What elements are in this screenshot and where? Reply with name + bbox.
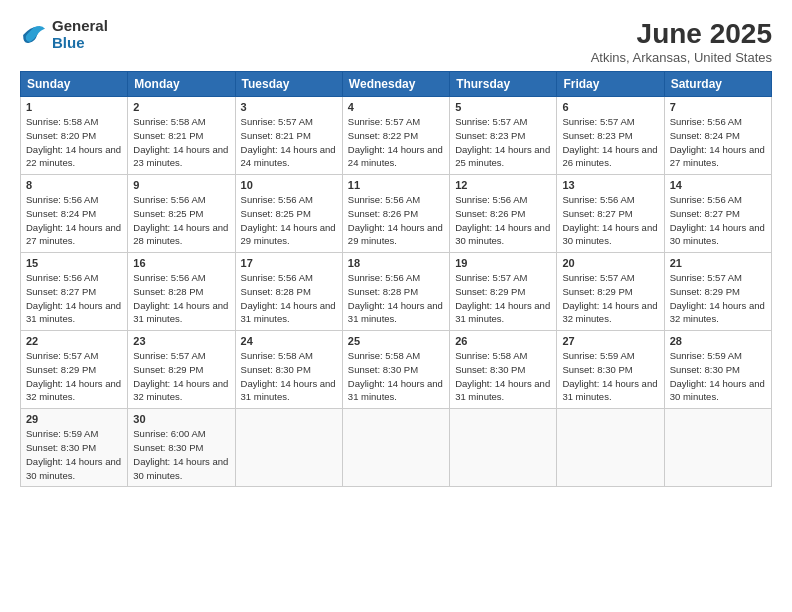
- calendar-day-cell: [235, 409, 342, 487]
- header-saturday: Saturday: [664, 72, 771, 97]
- day-number: 28: [670, 335, 766, 347]
- day-number: 12: [455, 179, 551, 191]
- calendar-day-cell: 21Sunrise: 5:57 AMSunset: 8:29 PMDayligh…: [664, 253, 771, 331]
- day-number: 8: [26, 179, 122, 191]
- day-info: Sunrise: 5:56 AMSunset: 8:27 PMDaylight:…: [562, 193, 658, 248]
- day-number: 26: [455, 335, 551, 347]
- day-info: Sunrise: 5:56 AMSunset: 8:28 PMDaylight:…: [241, 271, 337, 326]
- day-number: 30: [133, 413, 229, 425]
- calendar-subtitle: Atkins, Arkansas, United States: [591, 50, 772, 65]
- calendar-day-cell: 3Sunrise: 5:57 AMSunset: 8:21 PMDaylight…: [235, 97, 342, 175]
- calendar-day-cell: 10Sunrise: 5:56 AMSunset: 8:25 PMDayligh…: [235, 175, 342, 253]
- day-number: 2: [133, 101, 229, 113]
- calendar-day-cell: 1Sunrise: 5:58 AMSunset: 8:20 PMDaylight…: [21, 97, 128, 175]
- header-sunday: Sunday: [21, 72, 128, 97]
- day-info: Sunrise: 5:59 AMSunset: 8:30 PMDaylight:…: [562, 349, 658, 404]
- calendar-day-cell: 18Sunrise: 5:56 AMSunset: 8:28 PMDayligh…: [342, 253, 449, 331]
- calendar-week-row: 29Sunrise: 5:59 AMSunset: 8:30 PMDayligh…: [21, 409, 772, 487]
- day-number: 20: [562, 257, 658, 269]
- header-monday: Monday: [128, 72, 235, 97]
- day-info: Sunrise: 5:56 AMSunset: 8:27 PMDaylight:…: [670, 193, 766, 248]
- day-number: 18: [348, 257, 444, 269]
- day-info: Sunrise: 5:57 AMSunset: 8:23 PMDaylight:…: [562, 115, 658, 170]
- day-info: Sunrise: 5:58 AMSunset: 8:30 PMDaylight:…: [455, 349, 551, 404]
- day-info: Sunrise: 5:57 AMSunset: 8:23 PMDaylight:…: [455, 115, 551, 170]
- day-info: Sunrise: 5:58 AMSunset: 8:20 PMDaylight:…: [26, 115, 122, 170]
- calendar-day-cell: 6Sunrise: 5:57 AMSunset: 8:23 PMDaylight…: [557, 97, 664, 175]
- calendar-title: June 2025: [591, 18, 772, 50]
- calendar-day-cell: 20Sunrise: 5:57 AMSunset: 8:29 PMDayligh…: [557, 253, 664, 331]
- day-info: Sunrise: 5:58 AMSunset: 8:30 PMDaylight:…: [348, 349, 444, 404]
- calendar-week-row: 8Sunrise: 5:56 AMSunset: 8:24 PMDaylight…: [21, 175, 772, 253]
- calendar-day-cell: [342, 409, 449, 487]
- header-row: General Blue June 2025 Atkins, Arkansas,…: [20, 18, 772, 65]
- day-number: 17: [241, 257, 337, 269]
- logo-text: General Blue: [52, 18, 108, 51]
- day-number: 24: [241, 335, 337, 347]
- logo-general: General: [52, 18, 108, 35]
- calendar-day-cell: 12Sunrise: 5:56 AMSunset: 8:26 PMDayligh…: [450, 175, 557, 253]
- calendar-day-cell: 25Sunrise: 5:58 AMSunset: 8:30 PMDayligh…: [342, 331, 449, 409]
- day-number: 27: [562, 335, 658, 347]
- calendar-day-cell: 19Sunrise: 5:57 AMSunset: 8:29 PMDayligh…: [450, 253, 557, 331]
- calendar-day-cell: 5Sunrise: 5:57 AMSunset: 8:23 PMDaylight…: [450, 97, 557, 175]
- calendar-day-cell: 24Sunrise: 5:58 AMSunset: 8:30 PMDayligh…: [235, 331, 342, 409]
- calendar-day-cell: 30Sunrise: 6:00 AMSunset: 8:30 PMDayligh…: [128, 409, 235, 487]
- calendar-day-cell: 26Sunrise: 5:58 AMSunset: 8:30 PMDayligh…: [450, 331, 557, 409]
- day-number: 11: [348, 179, 444, 191]
- calendar-day-cell: 22Sunrise: 5:57 AMSunset: 8:29 PMDayligh…: [21, 331, 128, 409]
- logo: General Blue: [20, 18, 108, 51]
- calendar-day-cell: 29Sunrise: 5:59 AMSunset: 8:30 PMDayligh…: [21, 409, 128, 487]
- calendar-day-cell: 7Sunrise: 5:56 AMSunset: 8:24 PMDaylight…: [664, 97, 771, 175]
- calendar-day-cell: 8Sunrise: 5:56 AMSunset: 8:24 PMDaylight…: [21, 175, 128, 253]
- day-number: 16: [133, 257, 229, 269]
- day-info: Sunrise: 5:57 AMSunset: 8:29 PMDaylight:…: [133, 349, 229, 404]
- calendar-week-row: 22Sunrise: 5:57 AMSunset: 8:29 PMDayligh…: [21, 331, 772, 409]
- calendar-day-cell: 2Sunrise: 5:58 AMSunset: 8:21 PMDaylight…: [128, 97, 235, 175]
- day-number: 3: [241, 101, 337, 113]
- day-number: 25: [348, 335, 444, 347]
- day-info: Sunrise: 5:59 AMSunset: 8:30 PMDaylight:…: [670, 349, 766, 404]
- day-number: 5: [455, 101, 551, 113]
- day-number: 4: [348, 101, 444, 113]
- day-info: Sunrise: 5:56 AMSunset: 8:27 PMDaylight:…: [26, 271, 122, 326]
- calendar-day-cell: [450, 409, 557, 487]
- calendar-week-row: 15Sunrise: 5:56 AMSunset: 8:27 PMDayligh…: [21, 253, 772, 331]
- logo-blue: Blue: [52, 35, 108, 52]
- day-info: Sunrise: 5:59 AMSunset: 8:30 PMDaylight:…: [26, 427, 122, 482]
- calendar-day-cell: 9Sunrise: 5:56 AMSunset: 8:25 PMDaylight…: [128, 175, 235, 253]
- logo-icon: [20, 21, 48, 49]
- day-info: Sunrise: 5:56 AMSunset: 8:25 PMDaylight:…: [133, 193, 229, 248]
- day-info: Sunrise: 5:57 AMSunset: 8:22 PMDaylight:…: [348, 115, 444, 170]
- calendar-day-cell: 15Sunrise: 5:56 AMSunset: 8:27 PMDayligh…: [21, 253, 128, 331]
- day-info: Sunrise: 5:56 AMSunset: 8:28 PMDaylight:…: [133, 271, 229, 326]
- day-info: Sunrise: 5:56 AMSunset: 8:24 PMDaylight:…: [26, 193, 122, 248]
- day-number: 29: [26, 413, 122, 425]
- day-number: 22: [26, 335, 122, 347]
- day-number: 21: [670, 257, 766, 269]
- calendar-day-cell: 4Sunrise: 5:57 AMSunset: 8:22 PMDaylight…: [342, 97, 449, 175]
- calendar-week-row: 1Sunrise: 5:58 AMSunset: 8:20 PMDaylight…: [21, 97, 772, 175]
- day-number: 19: [455, 257, 551, 269]
- calendar-day-cell: 14Sunrise: 5:56 AMSunset: 8:27 PMDayligh…: [664, 175, 771, 253]
- day-number: 14: [670, 179, 766, 191]
- calendar-day-cell: 13Sunrise: 5:56 AMSunset: 8:27 PMDayligh…: [557, 175, 664, 253]
- day-number: 9: [133, 179, 229, 191]
- header-tuesday: Tuesday: [235, 72, 342, 97]
- day-number: 13: [562, 179, 658, 191]
- day-number: 6: [562, 101, 658, 113]
- day-info: Sunrise: 5:57 AMSunset: 8:29 PMDaylight:…: [455, 271, 551, 326]
- day-info: Sunrise: 5:56 AMSunset: 8:28 PMDaylight:…: [348, 271, 444, 326]
- page: General Blue June 2025 Atkins, Arkansas,…: [0, 0, 792, 612]
- calendar-table: Sunday Monday Tuesday Wednesday Thursday…: [20, 71, 772, 487]
- day-info: Sunrise: 6:00 AMSunset: 8:30 PMDaylight:…: [133, 427, 229, 482]
- day-info: Sunrise: 5:57 AMSunset: 8:21 PMDaylight:…: [241, 115, 337, 170]
- calendar-day-cell: 27Sunrise: 5:59 AMSunset: 8:30 PMDayligh…: [557, 331, 664, 409]
- day-info: Sunrise: 5:58 AMSunset: 8:30 PMDaylight:…: [241, 349, 337, 404]
- calendar-day-cell: 16Sunrise: 5:56 AMSunset: 8:28 PMDayligh…: [128, 253, 235, 331]
- day-info: Sunrise: 5:56 AMSunset: 8:25 PMDaylight:…: [241, 193, 337, 248]
- day-info: Sunrise: 5:57 AMSunset: 8:29 PMDaylight:…: [26, 349, 122, 404]
- day-info: Sunrise: 5:57 AMSunset: 8:29 PMDaylight:…: [670, 271, 766, 326]
- header-wednesday: Wednesday: [342, 72, 449, 97]
- day-number: 23: [133, 335, 229, 347]
